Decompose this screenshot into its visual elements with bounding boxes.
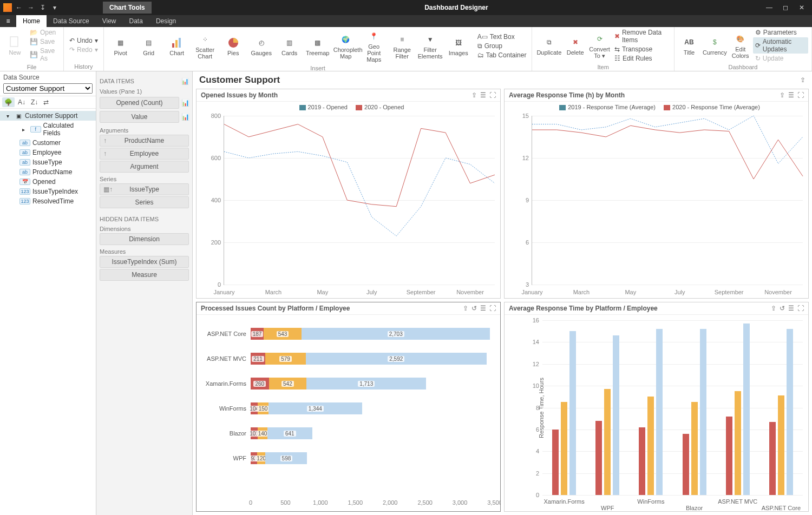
options-icon[interactable] (788, 91, 794, 99)
menu-datasource[interactable]: Data Source (47, 15, 96, 27)
refresh-icon[interactable]: ⇄ (41, 97, 51, 107)
chart-avg-response-month[interactable]: Average Response Time (h) by Month 2019 … (504, 89, 809, 299)
bar-icon[interactable]: 📊 (181, 113, 189, 121)
f-field-icon: f (30, 126, 41, 133)
new-button[interactable]: New (3, 34, 27, 57)
remove-data-button[interactable]: ✖Remove Data Items (612, 28, 671, 44)
insert-rangefilter[interactable]: ≡Range Filter (389, 31, 416, 61)
pill-issue-type[interactable]: ▦↑IssueType (100, 183, 189, 195)
insert-chart[interactable]: Chart (163, 35, 191, 57)
tree-item[interactable]: 123ResolvedTime (0, 196, 96, 206)
export-icon[interactable] (780, 91, 785, 99)
currency-button[interactable]: $Currency (702, 34, 728, 57)
sort-za-icon[interactable]: Z↓ (29, 97, 40, 107)
sort-az-icon[interactable]: A↓ (16, 97, 28, 107)
export-icon[interactable] (800, 76, 806, 84)
qat-back-icon[interactable]: ← (14, 4, 24, 11)
legend: 2019 - Response Time (Average) 2020 - Re… (505, 102, 808, 113)
insert-treemap[interactable]: ▩Treemap (304, 35, 331, 57)
maximize-icon[interactable] (797, 91, 804, 99)
palette-icon: 🎨 (730, 32, 751, 46)
edit-rules-button[interactable]: ☷Edit Rules (612, 54, 671, 63)
tree-item[interactable]: abProductName (0, 167, 96, 177)
duplicate-button[interactable]: ⧉Duplicate (535, 34, 562, 57)
insert-pivot[interactable]: ▦Pivot (107, 35, 134, 57)
insert-grid[interactable]: ▤Grid (135, 35, 162, 57)
insert-cards[interactable]: ▥Cards (276, 35, 303, 57)
pill-product[interactable]: ↑ProductName (100, 135, 189, 147)
insert-pies[interactable]: Pies (220, 35, 247, 57)
save-button[interactable]: 💾Save (28, 37, 60, 46)
window-restore-icon[interactable]: ◻ (777, 4, 794, 11)
pill-series[interactable]: Series (100, 196, 189, 208)
export-icon[interactable] (463, 305, 468, 312)
tree-item[interactable]: abCustomer (0, 138, 96, 148)
maximize-icon[interactable] (489, 305, 496, 312)
convert-button[interactable]: ⟳Convert To ▾ (588, 31, 611, 60)
data-source-panel: Data Source Customer Support 🌳 A↓ Z↓ ⇄ ▾… (0, 71, 96, 515)
window-minimize-icon[interactable]: — (761, 4, 777, 11)
menu-data[interactable]: Data (123, 15, 149, 27)
insert-scatter[interactable]: ⁘Scatter Chart (192, 31, 219, 61)
qat-forward-icon[interactable]: → (26, 4, 36, 11)
export-icon[interactable] (472, 91, 477, 99)
qat-down-icon[interactable]: ↧ (38, 4, 48, 11)
pill-itx-sum[interactable]: IssueTypeIndex (Sum) (100, 256, 189, 268)
chart-avg-response-platform[interactable]: Average Response Time by Platform / Empl… (504, 302, 809, 512)
redo-button[interactable]: ↷Redo▾ (67, 45, 100, 54)
parameters-button[interactable]: ⚙Parameters (753, 28, 808, 37)
tree-root[interactable]: ▾▣Customer Support (0, 111, 96, 121)
open-button[interactable]: 📂Open (28, 28, 60, 37)
tree-item[interactable]: abIssueType (0, 157, 96, 167)
edit-colors-button[interactable]: 🎨Edit Colors (729, 31, 752, 60)
revert-icon[interactable] (472, 305, 477, 312)
insert-geopoint[interactable]: 📍Geo Point Maps (361, 28, 388, 64)
123-field-icon: 123 (19, 198, 30, 204)
pill-employee[interactable]: ↑Employee (100, 148, 189, 160)
insert-tab-container[interactable]: 🗂Tab Container (475, 51, 529, 60)
map-icon: 🌍 (333, 32, 358, 47)
tree-item[interactable]: 123IssueTypeIndex (0, 187, 96, 196)
maximize-icon[interactable] (489, 91, 496, 99)
options-icon[interactable] (480, 91, 486, 99)
insert-gauges[interactable]: ◴Gauges (248, 35, 275, 57)
qat-more-icon[interactable]: ▾ (50, 4, 60, 11)
insert-images[interactable]: 🖼Images (445, 35, 472, 57)
tree-item[interactable]: ▸fCalculated Fields (0, 121, 96, 138)
gauge-icon: ◴ (249, 36, 274, 50)
export-icon[interactable] (771, 305, 776, 312)
insert-filter[interactable]: ▼Filter Elements (417, 31, 444, 61)
title-button[interactable]: ABTitle (678, 34, 700, 57)
menu-design[interactable]: Design (149, 15, 182, 27)
pill-argument[interactable]: Argument (100, 161, 189, 173)
bar-icon[interactable]: 📊 (181, 99, 189, 107)
maximize-icon[interactable] (797, 305, 804, 312)
menu-view[interactable]: View (96, 15, 123, 27)
transpose-button[interactable]: ⇆Transpose (612, 45, 671, 54)
pill-dimension[interactable]: Dimension (100, 233, 189, 245)
undo-button[interactable]: ↶Undo▾ (67, 36, 100, 45)
tree-item[interactable]: 📅Opened (0, 177, 96, 187)
window-close-icon[interactable]: ✕ (794, 4, 810, 11)
sort-tree-icon[interactable]: 🌳 (2, 97, 15, 107)
update-button[interactable]: ↻Update (753, 54, 808, 63)
options-icon[interactable] (788, 305, 794, 312)
pill-opened-count[interactable]: Opened (Count) (100, 97, 179, 109)
insert-choropleth[interactable]: 🌍Choropleth Map (332, 31, 359, 61)
auto-updates-button[interactable]: ⟳Automatic Updates (753, 37, 808, 54)
delete-button[interactable]: ✖Delete (564, 34, 587, 57)
options-icon[interactable] (480, 305, 486, 312)
menu-home[interactable]: Home (16, 15, 47, 27)
insert-textbox[interactable]: A▭Text Box (475, 32, 529, 41)
insert-group[interactable]: ⧉Group (475, 42, 529, 50)
file-menu-icon[interactable]: ≡ (0, 15, 16, 27)
tree-item[interactable]: abEmployee (0, 148, 96, 157)
pill-value[interactable]: Value (100, 111, 179, 123)
saveas-button[interactable]: 💾Save As (28, 47, 60, 63)
data-source-select[interactable]: Customer Support (3, 83, 93, 94)
pill-measure[interactable]: Measure (100, 269, 189, 281)
app-logo (3, 3, 12, 12)
chart-opened-issues[interactable]: Opened Issues by Month 2019 - Opened 202… (196, 89, 501, 299)
chart-processed-issues[interactable]: Processed Issues Count by Platform / Emp… (196, 302, 501, 512)
revert-icon[interactable] (780, 305, 785, 312)
